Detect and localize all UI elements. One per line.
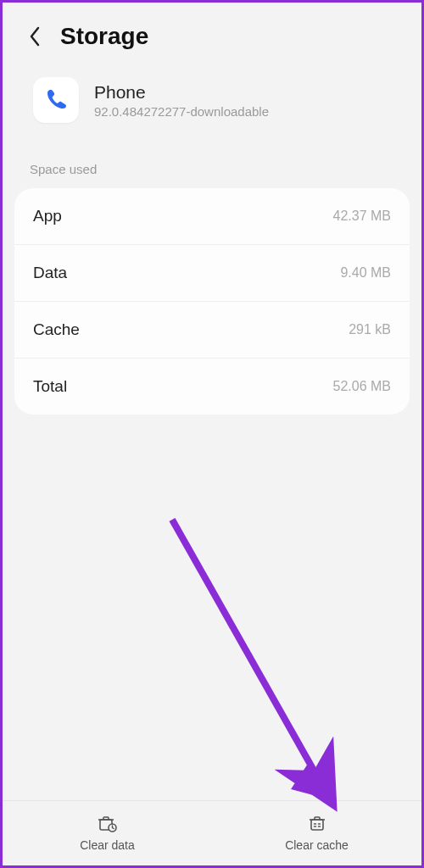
clear-cache-icon	[306, 813, 328, 833]
back-button[interactable]	[23, 25, 47, 48]
app-info-row: Phone 92.0.484272277-downloadable	[3, 64, 421, 143]
space-used-card: App 42.37 MB Data 9.40 MB Cache 291 kB T…	[14, 188, 410, 415]
row-total-value: 52.06 MB	[333, 379, 391, 394]
bottom-action-bar: Clear data Clear cache	[3, 800, 421, 865]
svg-rect-2	[311, 820, 323, 830]
clear-cache-label: Clear cache	[285, 838, 349, 852]
row-total-label: Total	[33, 377, 67, 396]
row-data-label: Data	[33, 264, 67, 282]
row-cache-value: 291 kB	[349, 322, 391, 337]
page-title: Storage	[60, 23, 148, 50]
row-cache: Cache 291 kB	[14, 302, 410, 359]
app-icon	[33, 77, 79, 123]
section-label-space-used: Space used	[3, 143, 421, 181]
clear-data-icon	[97, 813, 119, 833]
app-name: Phone	[94, 82, 269, 103]
clear-data-label: Clear data	[80, 838, 135, 852]
row-app-value: 42.37 MB	[333, 209, 391, 224]
row-app-label: App	[33, 207, 62, 225]
row-app: App 42.37 MB	[14, 188, 410, 245]
phone-icon	[41, 85, 71, 115]
row-cache-label: Cache	[33, 320, 80, 339]
app-version: 92.0.484272277-downloadable	[94, 104, 269, 119]
clear-cache-button[interactable]: Clear cache	[212, 801, 421, 865]
chevron-left-icon	[27, 25, 42, 48]
row-total: Total 52.06 MB	[14, 359, 410, 415]
clear-data-button[interactable]: Clear data	[3, 801, 212, 865]
row-data-value: 9.40 MB	[340, 265, 391, 281]
row-data: Data 9.40 MB	[14, 245, 410, 302]
